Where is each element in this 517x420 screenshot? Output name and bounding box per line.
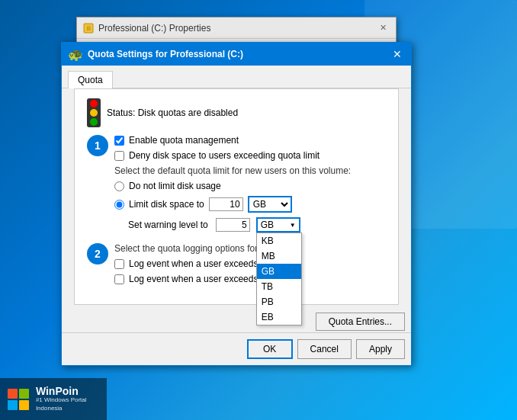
dialog-content: Status: Disk quotas are disabled 1 Enabl… [62, 88, 411, 308]
cancel-button[interactable]: Cancel [297, 339, 352, 359]
outer-close-button[interactable]: ✕ [376, 21, 390, 35]
no-limit-row: Do not limit disk usage [114, 181, 386, 191]
dropdown-arrow: ▼ [290, 222, 296, 229]
inner-dialog-title: Quota Settings for Professional (C:) [88, 49, 243, 59]
logging-label-row: Select the quota logging options for thi… [114, 243, 386, 254]
svg-text:🖥: 🖥 [85, 25, 92, 32]
warning-unit-dropdown-container: GB ▼ KB MB GB TB PB EB [256, 217, 300, 232]
select-limit-label-row: Select the default quota limit for new u… [114, 165, 386, 176]
deny-disk-row: Deny disk space to users exceeding quota… [114, 150, 386, 161]
log-exceeds-row: Log event when a user exceeds thei... [114, 258, 386, 269]
winpoint-sub: #1 Windows Portal Indonesia [36, 396, 99, 412]
log-exceeds-checkbox[interactable] [114, 259, 124, 269]
tab-quota[interactable]: Quota [68, 71, 113, 88]
limit-disk-radio[interactable] [114, 200, 124, 210]
winpoint-bar: WinPoin #1 Windows Portal Indonesia [0, 378, 107, 420]
step2-content: Select the quota logging options for thi… [114, 243, 386, 289]
enable-quota-checkbox[interactable] [114, 136, 124, 146]
unit-option-pb[interactable]: PB [257, 294, 301, 309]
deny-disk-checkbox[interactable] [114, 151, 124, 161]
quota-entries-bar: Quota Entries... [62, 308, 411, 332]
desktop: 🖥 Professional (C:) Properties ✕ 🐢 Quota… [0, 0, 517, 420]
no-limit-radio[interactable] [114, 181, 124, 191]
warning-label: Set warning level to [128, 220, 208, 230]
limit-unit-select[interactable]: KB MB GB TB PB EB [248, 196, 292, 213]
inner-dialog: 🐢 Quota Settings for Professional (C:) ✕… [61, 42, 412, 366]
apply-button[interactable]: Apply [356, 339, 405, 359]
light-green [90, 118, 98, 126]
win-logo-blue [8, 400, 18, 410]
deny-disk-label: Deny disk space to users exceeding quota… [129, 150, 320, 161]
log-warning-checkbox[interactable] [114, 274, 124, 284]
unit-option-kb[interactable]: KB [257, 233, 301, 248]
properties-icon: 🖥 [83, 23, 94, 34]
light-yellow [90, 109, 98, 117]
step1-section: 1 Enable quota management Deny disk spac… [87, 135, 386, 237]
outer-window-title: Professional (C:) Properties [98, 23, 210, 34]
warning-row: Set warning level to GB ▼ KB [114, 217, 386, 232]
step1-content: Enable quota management Deny disk space … [114, 135, 386, 237]
no-limit-label: Do not limit disk usage [129, 181, 221, 191]
limit-disk-row: Limit disk space to 10 KB MB GB TB PB EB [114, 196, 386, 213]
winpoint-name: WinPoin [36, 386, 99, 396]
unit-option-mb[interactable]: MB [257, 248, 301, 264]
warning-unit-value: GB [261, 220, 274, 230]
traffic-light-icon [87, 98, 101, 127]
limit-disk-label: Limit disk space to [129, 199, 204, 210]
win-logo-yellow [19, 400, 29, 410]
limit-unit-dropdown[interactable]: KB MB GB TB PB EB [248, 196, 292, 213]
winpoint-text: WinPoin #1 Windows Portal Indonesia [36, 386, 99, 412]
unit-option-tb[interactable]: TB [257, 279, 301, 294]
log-warning-row: Log event when a user exceeds thei... [114, 274, 386, 284]
win-logo-green [19, 389, 29, 399]
status-text: Status: Disk quotas are disabled [107, 107, 238, 118]
enable-quota-label: Enable quota management [129, 135, 239, 146]
step2-section: 2 Select the quota logging options for t… [87, 243, 386, 289]
light-red [90, 100, 98, 107]
warning-unit-list: KB MB GB TB PB EB [256, 232, 302, 325]
win-logo-red [8, 389, 18, 399]
windows-logo [8, 389, 29, 410]
unit-option-gb[interactable]: GB [257, 264, 301, 279]
limit-disk-value[interactable]: 10 [209, 197, 243, 211]
quota-entries-button[interactable]: Quota Entries... [316, 313, 405, 331]
warning-value[interactable] [216, 218, 250, 232]
winpoint-logo [8, 386, 30, 413]
status-row: Status: Disk quotas are disabled [87, 98, 386, 127]
tab-bar: Quota [62, 66, 411, 88]
ok-button[interactable]: OK [247, 339, 293, 359]
inner-titlebar: 🐢 Quota Settings for Professional (C:) ✕ [62, 43, 411, 66]
enable-quota-row: Enable quota management [114, 135, 386, 146]
inner-titlebar-left: 🐢 Quota Settings for Professional (C:) [68, 47, 243, 62]
outer-titlebar-left: 🖥 Professional (C:) Properties [83, 23, 210, 34]
select-limit-label: Select the default quota limit for new u… [114, 165, 351, 176]
button-bar: OK Cancel Apply [62, 332, 411, 365]
inner-close-button[interactable]: ✕ [390, 46, 405, 62]
warning-unit-trigger[interactable]: GB ▼ [256, 217, 300, 232]
unit-option-eb[interactable]: EB [257, 309, 301, 325]
content-area: Status: Disk quotas are disabled 1 Enabl… [74, 88, 399, 305]
outer-titlebar: 🖥 Professional (C:) Properties ✕ [77, 18, 396, 39]
step2-circle: 2 [87, 243, 108, 265]
step1-circle: 1 [87, 135, 108, 156]
